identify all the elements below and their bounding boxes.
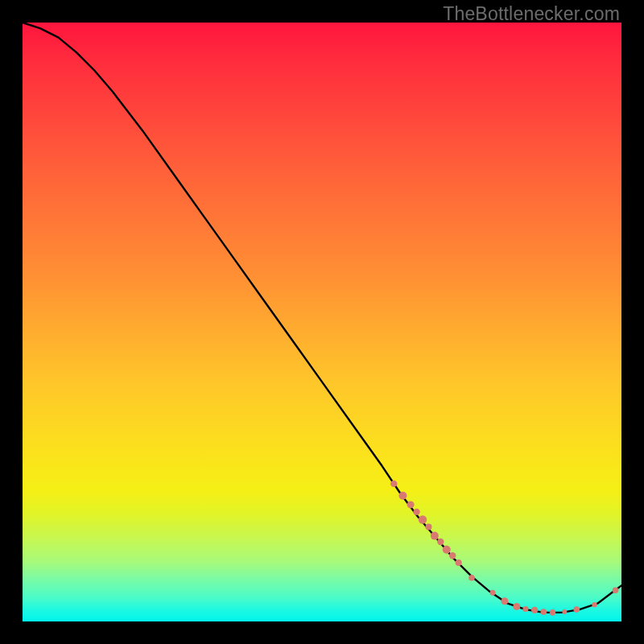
marker-dot xyxy=(613,588,619,594)
plot-area xyxy=(23,23,621,621)
marker-dot xyxy=(540,609,547,615)
marker-dot xyxy=(449,552,456,559)
marker-dot xyxy=(437,539,444,545)
marker-dot xyxy=(501,597,508,605)
marker-dot xyxy=(413,509,419,515)
marker-dot xyxy=(531,607,538,613)
marker-dot xyxy=(398,492,407,500)
marker-dot xyxy=(550,609,556,616)
marker-dot xyxy=(573,606,580,613)
marker-dot xyxy=(425,523,431,530)
marker-dot xyxy=(419,515,427,523)
marker-dot xyxy=(522,606,528,612)
marker-dot xyxy=(456,559,462,566)
bottleneck-curve xyxy=(23,23,621,613)
marker-dot xyxy=(431,532,439,540)
marker-dot xyxy=(592,602,597,607)
marker-dot xyxy=(490,590,496,596)
marker-dot xyxy=(390,481,397,487)
chart-stage: TheBottlenecker.com xyxy=(0,0,644,644)
marker-layer xyxy=(390,481,618,616)
marker-dot xyxy=(513,603,520,610)
chart-svg xyxy=(23,23,621,621)
marker-dot xyxy=(443,546,451,554)
watermark-text: TheBottlenecker.com xyxy=(443,3,620,25)
marker-dot xyxy=(562,609,567,614)
marker-dot xyxy=(407,501,415,508)
marker-dot xyxy=(469,575,475,581)
